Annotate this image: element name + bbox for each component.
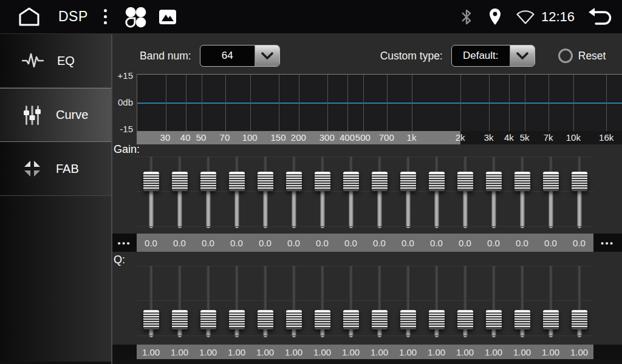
apps-icon[interactable] [124,5,147,29]
slider-track-upper[interactable] [577,266,581,315]
wifi-icon[interactable] [516,9,535,25]
sidebar-item-eq[interactable]: EQ [0,34,111,88]
chevron-down-icon[interactable] [255,46,279,66]
custom-type-select[interactable]: Default: [451,45,535,67]
q-slider[interactable] [422,266,451,337]
gain-slider-knob[interactable] [229,172,245,191]
slider-track-upper[interactable] [549,266,553,315]
gallery-icon[interactable] [159,10,176,24]
q-slider[interactable] [337,266,365,337]
slider-track-upper[interactable] [206,266,210,315]
q-slider-knob[interactable] [572,310,587,329]
slider-track-upper[interactable] [377,266,381,315]
q-slider[interactable] [194,266,222,337]
gain-more-right-button[interactable]: ••• [593,234,622,252]
home-icon[interactable] [16,6,43,28]
gain-slider[interactable] [279,157,308,228]
q-slider-knob[interactable] [343,310,359,329]
gain-more-left-button[interactable]: ••• [112,234,137,252]
gain-slider[interactable] [508,157,536,228]
q-slider-knob[interactable] [543,310,559,329]
slider-track-upper[interactable] [292,266,296,315]
q-slider[interactable] [394,266,422,337]
gain-slider-knob[interactable] [172,172,188,191]
back-icon[interactable] [586,5,613,29]
q-slider[interactable] [279,266,308,337]
q-slider[interactable] [508,266,536,337]
q-slider[interactable] [251,266,279,337]
freq-tick-label: 200 [291,132,306,143]
q-slider[interactable] [222,266,251,337]
q-slider[interactable] [137,266,165,337]
q-slider-knob[interactable] [514,310,530,329]
reset-radio[interactable] [558,49,573,63]
gain-slider-knob[interactable] [315,172,330,191]
location-icon[interactable] [488,8,502,26]
gain-slider[interactable] [451,157,479,228]
gain-slider[interactable] [165,157,194,228]
q-slider-knob[interactable] [229,310,245,329]
slider-track-upper[interactable] [349,266,353,315]
q-slider-knob[interactable] [172,310,188,329]
q-slider[interactable] [165,266,194,337]
q-slider-knob[interactable] [400,310,416,329]
gain-slider-knob[interactable] [486,172,502,191]
q-slider[interactable] [451,266,479,337]
q-slider[interactable] [479,266,508,337]
gain-slider-knob[interactable] [258,172,273,191]
bluetooth-icon[interactable] [460,8,473,26]
gain-slider-knob[interactable] [429,172,445,191]
slider-track-upper[interactable] [520,266,524,315]
gain-slider[interactable] [337,157,365,228]
gain-slider-knob[interactable] [457,172,473,191]
q-slider[interactable] [565,266,593,337]
gain-slider[interactable] [365,157,394,228]
gain-slider[interactable] [308,157,337,228]
slider-track-upper[interactable] [177,266,182,315]
gain-slider-knob[interactable] [343,172,359,191]
gain-slider[interactable] [251,157,279,228]
q-slider-knob[interactable] [457,310,473,329]
gain-slider-knob[interactable] [143,172,159,191]
slider-track-upper[interactable] [234,266,239,315]
sidebar-item-curve[interactable]: Curve [0,88,111,142]
q-slider[interactable] [536,266,565,337]
slider-track-upper[interactable] [463,266,467,315]
gain-slider[interactable] [565,157,593,228]
q-slider-knob[interactable] [429,310,445,329]
gain-slider[interactable] [479,157,508,228]
slider-track-upper[interactable] [320,266,324,315]
band-num-select[interactable]: 64 [200,45,280,67]
gain-slider-knob[interactable] [286,172,302,191]
q-slider[interactable] [365,266,394,337]
gain-slider-knob[interactable] [543,172,559,191]
gain-slider-knob[interactable] [400,172,416,191]
gain-slider[interactable] [394,157,422,228]
gain-slider[interactable] [422,157,451,228]
sidebar-item-fab[interactable]: FAB [0,142,111,196]
q-slider[interactable] [308,266,337,337]
slider-track-upper[interactable] [263,266,267,315]
gain-slider[interactable] [222,157,251,228]
chevron-down-icon[interactable] [510,46,535,66]
gain-slider[interactable] [536,157,565,228]
slider-track-upper[interactable] [406,266,410,315]
q-slider-knob[interactable] [286,310,302,329]
q-slider-knob[interactable] [258,310,273,329]
gain-slider[interactable] [137,157,165,228]
gain-slider[interactable] [194,157,222,228]
q-slider-knob[interactable] [143,310,159,329]
slider-track-upper[interactable] [491,266,496,315]
slider-track-upper[interactable] [434,266,439,315]
gain-slider-knob[interactable] [572,172,587,191]
gain-slider-knob[interactable] [200,172,216,191]
gain-slider-knob[interactable] [372,172,388,191]
q-slider-knob[interactable] [315,310,330,329]
q-slider-knob[interactable] [200,310,216,329]
eq-plot[interactable] [137,74,622,131]
gain-slider-knob[interactable] [514,172,530,191]
slider-track-upper[interactable] [149,266,153,315]
q-slider-knob[interactable] [372,310,388,329]
overflow-menu-icon[interactable] [104,9,107,24]
q-slider-knob[interactable] [486,310,502,329]
